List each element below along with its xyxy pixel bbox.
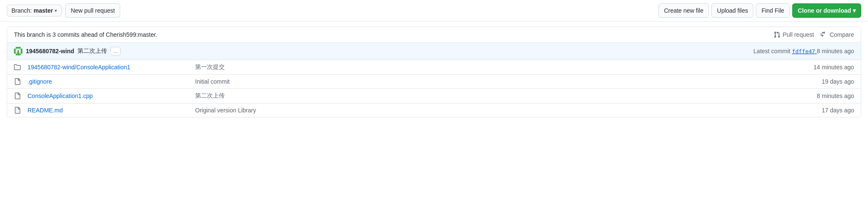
file-commit-message: 第一次提交 (188, 63, 786, 71)
file-name-link[interactable]: 1945680782-wind/ConsoleApplication1 (28, 64, 130, 71)
branch-prefix: Branch: (11, 7, 32, 14)
file-row: .gitignoreInitial commit19 days ago (7, 75, 861, 89)
top-bar-right: Create new file Upload files Find File C… (659, 3, 861, 18)
file-name: .gitignore (28, 78, 188, 85)
latest-commit-label: Latest commit (753, 48, 790, 54)
commit-hash: fdffe47 (792, 48, 815, 54)
file-name: ConsoleApplication1.cpp (28, 93, 188, 99)
file-name-link[interactable]: .gitignore (28, 78, 52, 85)
commit-row-left: 1945680782-wind 第二次上传 ... (14, 47, 121, 55)
file-commit-message: 第二次上传 (188, 92, 786, 100)
file-time-ago: 14 minutes ago (786, 64, 854, 71)
branch-info-bar: This branch is 3 commits ahead of Cheris… (7, 27, 861, 43)
pull-request-link[interactable]: Pull request (774, 31, 814, 38)
file-name-link[interactable]: README.md (28, 107, 63, 114)
file-time-ago: 8 minutes ago (786, 93, 854, 99)
file-row: ConsoleApplication1.cpp第二次上传8 minutes ag… (7, 89, 861, 104)
file-row: 1945680782-wind/ConsoleApplication1第一次提交… (7, 60, 861, 75)
commit-row: 1945680782-wind 第二次上传 ... Latest commit … (7, 43, 861, 60)
commit-time-ago: 8 minutes ago (817, 48, 854, 54)
branch-name: master (33, 7, 53, 14)
branch-selector[interactable]: Branch: master ▾ (7, 5, 62, 16)
new-pull-request-button[interactable]: New pull request (65, 3, 120, 18)
commit-message: 第二次上传 (77, 47, 107, 55)
find-file-button[interactable]: Find File (756, 3, 790, 18)
commit-hash-link[interactable]: fdffe47 (792, 48, 817, 54)
top-bar-left: Branch: master ▾ New pull request (7, 3, 120, 18)
commit-more-button[interactable]: ... (110, 47, 121, 55)
file-commit-message: Initial commit (188, 78, 786, 85)
file-time-ago: 17 days ago (786, 107, 854, 114)
file-commit-message: Original version Library (188, 107, 786, 114)
commit-author-avatar (14, 47, 22, 55)
file-icon (14, 107, 28, 114)
compare-icon (821, 31, 827, 38)
branch-ahead-message: This branch is 3 commits ahead of Cheris… (14, 31, 157, 38)
repo-content: This branch is 3 commits ahead of Cheris… (7, 27, 861, 117)
create-new-file-button[interactable]: Create new file (659, 3, 709, 18)
top-bar: Branch: master ▾ New pull request Create… (0, 0, 868, 22)
file-icon (14, 93, 28, 99)
folder-icon (14, 64, 28, 71)
upload-files-button[interactable]: Upload files (711, 3, 753, 18)
file-row: README.mdOriginal version Library17 days… (7, 104, 861, 117)
commit-author-name: 1945680782-wind (26, 48, 74, 54)
file-list: 1945680782-wind/ConsoleApplication1第一次提交… (7, 60, 861, 117)
file-icon (14, 78, 28, 85)
file-name: 1945680782-wind/ConsoleApplication1 (28, 64, 188, 71)
branch-info-actions: Pull request Compare (774, 31, 854, 38)
branch-chevron-icon: ▾ (55, 8, 57, 14)
file-time-ago: 19 days ago (786, 78, 854, 85)
file-name: README.md (28, 107, 188, 114)
clone-or-download-button[interactable]: Clone or download ▾ (792, 3, 861, 18)
file-name-link[interactable]: ConsoleApplication1.cpp (28, 93, 93, 99)
pull-request-icon (774, 31, 780, 38)
compare-link[interactable]: Compare (821, 31, 854, 38)
commit-row-right: Latest commit fdffe47 8 minutes ago (753, 48, 854, 54)
